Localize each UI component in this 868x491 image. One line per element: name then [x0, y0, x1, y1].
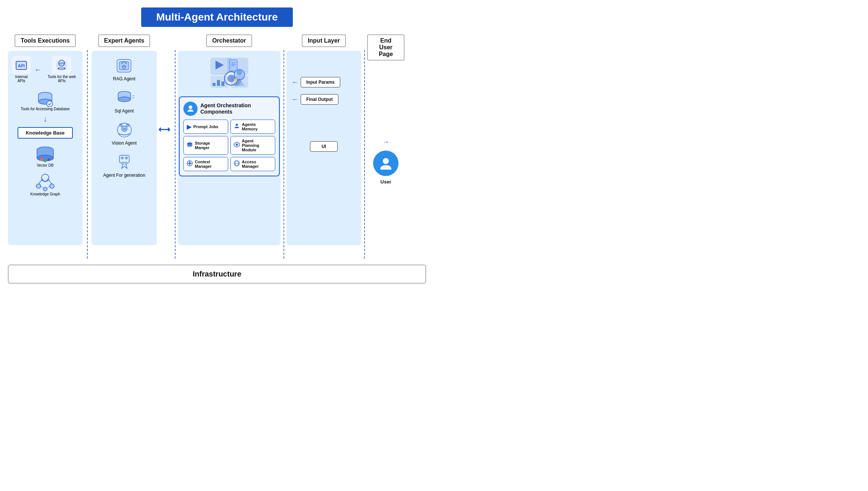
svg-point-68 — [236, 124, 238, 126]
svg-point-8 — [58, 68, 59, 70]
svg-point-66 — [234, 78, 237, 81]
access-manager-item: Access Manager — [230, 157, 275, 171]
svg-point-24 — [41, 174, 49, 182]
agent-generation-label: Agent For generation — [103, 173, 145, 178]
user-label: User — [381, 179, 391, 185]
prompt-jobs-item: ▶ Prompt Jobs — [183, 120, 228, 134]
knowledge-base-box: Knowledge Base — [18, 127, 73, 139]
svg-text:AI: AI — [123, 66, 125, 69]
svg-point-75 — [189, 162, 191, 164]
context-manager-item: Context Manager — [183, 157, 228, 171]
vision-agent-label: Vision Agent — [112, 140, 137, 146]
svg-text:API: API — [18, 64, 25, 68]
user-icon — [373, 151, 399, 176]
svg-rect-51 — [230, 60, 237, 71]
prompt-jobs-icon: ▶ — [187, 123, 191, 130]
page-title: Multi-Agent Architecture — [141, 7, 293, 27]
arrow-to-final-output: ← — [292, 96, 298, 104]
infrastructure-bar: Infrastructure — [8, 265, 426, 284]
tools-db-label: Tools for Accessing Database — [21, 107, 69, 111]
svg-point-42 — [119, 123, 123, 127]
svg-point-22 — [44, 159, 47, 162]
svg-point-83 — [383, 158, 389, 164]
section-label-input: Input Layer — [302, 34, 346, 47]
svg-point-43 — [126, 123, 129, 127]
svg-point-67 — [189, 105, 192, 109]
orchestrator-icon — [209, 56, 250, 91]
section-label-expert: Expert Agents — [98, 34, 151, 47]
internal-apis-label: Internal APIs — [12, 75, 31, 83]
svg-point-73 — [236, 143, 238, 146]
svg-point-26 — [43, 187, 47, 191]
svg-text:AI: AI — [123, 127, 125, 131]
storage-manager-item: Storage Manger — [183, 136, 228, 155]
svg-point-45 — [121, 157, 123, 159]
svg-rect-44 — [120, 155, 129, 163]
section-label-orch: Orchestator — [206, 34, 252, 47]
svg-rect-61 — [217, 80, 220, 86]
final-output-box: Final Output — [301, 94, 338, 105]
agents-memory-icon — [234, 123, 240, 130]
svg-point-36 — [118, 97, 130, 102]
svg-point-15 — [47, 101, 53, 107]
api-arrow: ← — [34, 65, 41, 74]
svg-point-71 — [187, 145, 192, 147]
vector-db-label: Vector DB — [37, 163, 53, 167]
tools-web-label: Tools for the web APIs — [44, 75, 79, 83]
svg-rect-62 — [221, 81, 224, 86]
svg-rect-47 — [121, 162, 127, 164]
access-icon — [234, 160, 240, 168]
svg-point-25 — [36, 184, 41, 188]
svg-point-46 — [125, 157, 127, 159]
svg-point-27 — [50, 184, 54, 188]
ui-box: UI — [310, 141, 338, 152]
knowledge-graph-label: Knowledge Graph — [30, 192, 60, 196]
agent-planning-item: Agent Planning Module — [230, 136, 275, 155]
expert-orch-arrow: ⟷ — [157, 125, 172, 135]
svg-point-9 — [64, 68, 65, 70]
aoc-avatar — [183, 102, 198, 116]
aoc-box: Agent Orchestration Components ▶ Prompt … — [179, 96, 280, 176]
planning-icon — [234, 142, 240, 149]
sql-agent-label: Sql Agent — [115, 108, 134, 114]
rag-agent-label: RAG Agent — [113, 76, 135, 81]
ui-to-user-arrow: → — [382, 138, 389, 146]
svg-rect-60 — [213, 83, 216, 86]
storage-icon — [187, 142, 193, 149]
aoc-title: Agent Orchestration Components — [201, 102, 275, 115]
agents-memory-item: Agents Memory — [230, 120, 275, 134]
svg-text:API: API — [59, 62, 65, 65]
section-label-enduser: End User Page — [367, 34, 404, 61]
section-label-tools: Tools Executions — [15, 34, 75, 47]
svg-point-23 — [47, 158, 50, 161]
arrow-to-input-params: ← — [292, 78, 298, 86]
svg-point-21 — [40, 158, 43, 161]
context-icon — [187, 160, 193, 168]
svg-point-58 — [237, 70, 242, 75]
input-params-box: Input Params — [301, 77, 340, 87]
